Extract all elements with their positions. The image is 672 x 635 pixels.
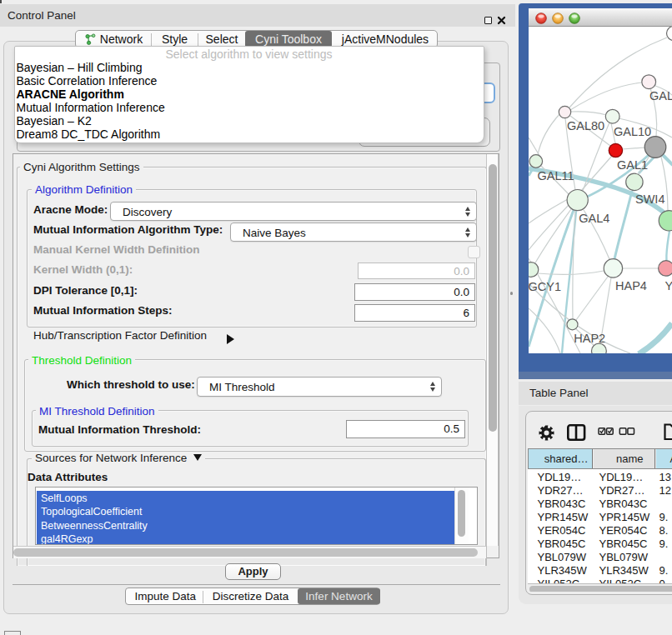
svg-text:GAL2: GAL2 — [649, 89, 672, 102]
svg-text:GAL11: GAL11 — [538, 169, 574, 182]
svg-text:GCY1: GCY1 — [529, 280, 561, 293]
svg-text:GAL1: GAL1 — [617, 158, 648, 172]
svg-text:GAL10: GAL10 — [614, 125, 651, 138]
svg-text:GAL4: GAL4 — [579, 212, 609, 225]
svg-text:HAP4: HAP4 — [615, 279, 647, 292]
svg-text:GAL80: GAL80 — [567, 119, 604, 132]
svg-text:SWI4: SWI4 — [635, 192, 664, 206]
svg-text:HAP2: HAP2 — [574, 332, 605, 345]
svg-text:YEL: YEL — [665, 279, 672, 292]
